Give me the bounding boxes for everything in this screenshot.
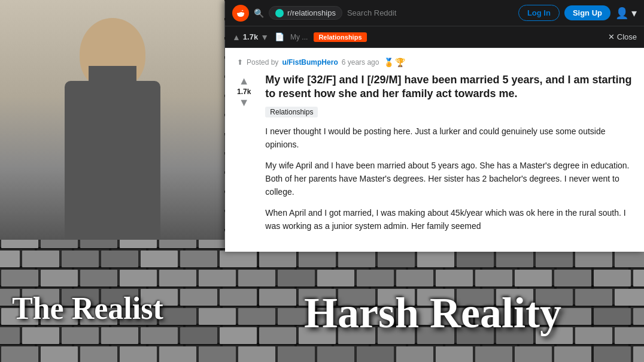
login-button[interactable]: Log In [518, 5, 560, 21]
vote-section: ▲ 1.7k ▼ [232, 32, 269, 42]
user-menu-icon[interactable]: 👤 ▾ [615, 7, 637, 20]
head [80, 18, 145, 90]
host-figure [35, 12, 190, 240]
post-text: I never thought I would be posting here.… [265, 125, 632, 233]
search-icon: 🔍 [254, 8, 264, 18]
post-navbar: ▲ 1.7k ▼ 📄 My ... Relationships ✕ Close [225, 26, 644, 48]
post-downvote-arrow[interactable]: ▼ [239, 97, 250, 108]
post-time: 6 years ago [342, 58, 379, 67]
nav-vote-count: 1.7k [243, 32, 258, 41]
body [65, 81, 160, 240]
subreddit-dot [275, 9, 284, 17]
harsh-reality-title: Harsh Reality [221, 288, 644, 338]
award-1: 🏅 [384, 58, 394, 67]
subreddit-name: r/relationships [287, 8, 336, 17]
post-inner: ⬆ Posted by u/FistBumpHero 6 years ago 🏅… [225, 48, 644, 250]
post-paragraph-3: When April and I got married, I was maki… [265, 206, 632, 233]
post-icon: 📄 [275, 32, 284, 41]
close-icon: ✕ [608, 32, 615, 41]
close-label: Close [617, 32, 637, 41]
post-title-abbreviated: My ... [290, 33, 308, 41]
webcam-panel [0, 0, 224, 240]
search-placeholder[interactable]: Search Reddit [347, 8, 514, 17]
award-2: 🏆 [395, 58, 405, 67]
post-vote-column: ▲ 1.7k ▼ [237, 76, 251, 240]
award-icons: 🏅 🏆 [384, 58, 405, 67]
subreddit-flair-badge: Relationships [314, 32, 366, 42]
post-upvote-arrow[interactable]: ▲ [239, 76, 250, 86]
subreddit-pill[interactable]: r/relationships [269, 6, 342, 20]
post-vote-number: 1.7k [237, 88, 251, 96]
realist-title: The Realist [12, 291, 163, 326]
upvote-arrow-icon: ⬆ [237, 58, 243, 67]
post-author[interactable]: u/FistBumpHero [282, 58, 338, 67]
browser-topbar: 🔍 r/relationships Search Reddit Log In S… [225, 0, 644, 26]
signup-button[interactable]: Sign Up [564, 5, 610, 20]
post-body: My wife [32/F] and I [/29/M] have been m… [265, 73, 632, 240]
post-title: My wife [32/F] and I [/29/M] have been m… [265, 73, 632, 101]
post-flair-tag[interactable]: Relationships [265, 107, 318, 117]
reddit-browser-panel: 🔍 r/relationships Search Reddit Log In S… [225, 0, 644, 252]
post-paragraph-2: My wife April and I have been married ab… [265, 159, 632, 199]
downvote-button[interactable]: ▼ [260, 32, 269, 42]
post-paragraph-1: I never thought I would be posting here.… [265, 125, 632, 152]
close-button[interactable]: ✕ Close [608, 32, 637, 41]
post-meta: ⬆ Posted by u/FistBumpHero 6 years ago 🏅… [237, 58, 632, 67]
upvote-button[interactable]: ▲ [232, 32, 241, 42]
post-content-area[interactable]: ⬆ Posted by u/FistBumpHero 6 years ago 🏅… [225, 48, 644, 252]
reddit-logo [232, 5, 249, 22]
post-layout: ▲ 1.7k ▼ My wife [32/F] and I [/29/M] ha… [237, 73, 632, 240]
